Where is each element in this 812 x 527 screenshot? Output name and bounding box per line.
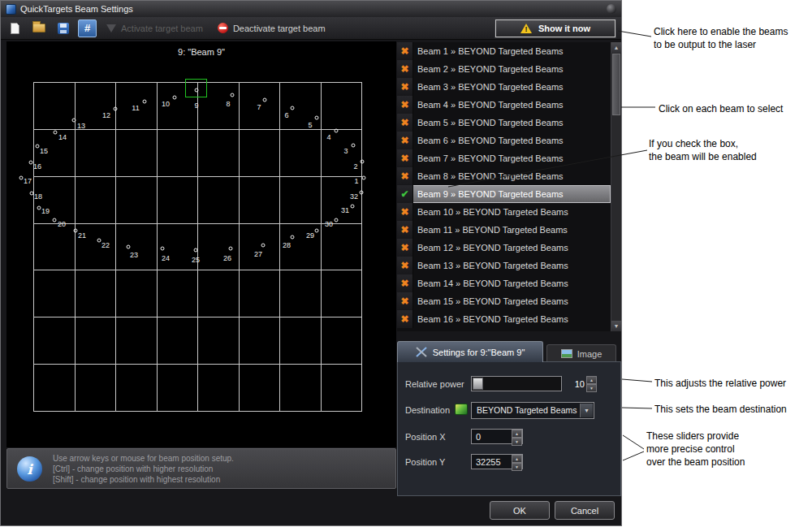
save-button[interactable] (54, 19, 73, 37)
beam-point-dot[interactable] (37, 206, 41, 210)
beam-unchecked-icon[interactable]: ✖ (397, 221, 413, 239)
beam-point-dot[interactable] (194, 248, 198, 253)
beam-unchecked-icon[interactable]: ✖ (397, 114, 413, 132)
beam-point-dot[interactable] (360, 191, 364, 195)
show-it-now-button[interactable]: Show it now (495, 19, 615, 37)
position-x-spinner[interactable]: ▲ ▼ (512, 430, 522, 443)
beam-point-dot[interactable] (361, 160, 365, 164)
spin-up-button[interactable]: ▲ (512, 430, 522, 438)
beam-list-item[interactable]: ✖Beam 13 » BEYOND Targeted Beams (397, 257, 611, 274)
cancel-button[interactable]: Cancel (555, 501, 615, 520)
beam-point-dot[interactable] (315, 116, 319, 120)
spin-down-button[interactable]: ▼ (586, 384, 597, 392)
beam-point-dot[interactable] (36, 145, 40, 149)
beam-point-dot[interactable] (127, 245, 131, 249)
beam-unchecked-icon[interactable]: ✖ (397, 60, 413, 78)
relative-power-spinner[interactable]: ▲ ▼ (586, 376, 597, 391)
beam-unchecked-icon[interactable]: ✖ (397, 149, 413, 167)
position-y-spinner[interactable]: ▲ ▼ (512, 455, 522, 469)
scroll-down-button[interactable]: ▼ (611, 321, 621, 331)
spin-down-button[interactable]: ▼ (512, 438, 522, 446)
beam-point-dot[interactable] (335, 218, 339, 222)
beam-list-item[interactable]: ✖Beam 11 » BEYOND Targeted Beams (397, 221, 611, 239)
tab-settings[interactable]: Settings for 9:"Beam 9" (397, 341, 543, 362)
beam-unchecked-icon[interactable]: ✖ (397, 310, 413, 328)
beam-list-item[interactable]: ✖Beam 10 » BEYOND Targeted Beams (397, 203, 611, 221)
deactivate-target-beam-button[interactable]: Deactivate target beam (213, 23, 330, 33)
beam-list-item[interactable]: ✖Beam 14 » BEYOND Targeted Beams (397, 274, 611, 292)
beam-point-dot[interactable] (19, 176, 24, 180)
beam-list-item[interactable]: ✖Beam 12 » BEYOND Targeted Beams (397, 239, 611, 257)
beam-point-dot[interactable] (97, 239, 102, 243)
dropdown-arrow-icon[interactable]: ▼ (580, 404, 593, 417)
spin-up-button[interactable]: ▲ (586, 376, 597, 384)
beam-point-dot[interactable] (53, 218, 57, 222)
beam-point-dot[interactable] (229, 247, 233, 251)
beam-point-dot[interactable] (263, 98, 267, 102)
position-x-input[interactable]: 0 ▲ ▼ (471, 429, 523, 444)
ok-button[interactable]: OK (490, 501, 550, 520)
beam-point-dot[interactable] (74, 229, 78, 233)
beam-list-item[interactable]: ✖Beam 4 » BEYOND Targeted Beams (397, 96, 611, 114)
tab-image[interactable]: Image (546, 344, 616, 362)
titlebar[interactable]: QuickTargets Beam Settings (1, 1, 621, 17)
beam-point-label: 3 (343, 147, 348, 155)
beam-unchecked-icon[interactable]: ✖ (397, 132, 413, 149)
beam-point-dot[interactable] (173, 96, 177, 100)
beam-unchecked-icon[interactable]: ✖ (397, 203, 413, 221)
beam-point-dot[interactable] (335, 129, 339, 133)
beam-list-item[interactable]: ✖Beam 5 » BEYOND Targeted Beams (397, 114, 611, 132)
beam-unchecked-icon[interactable]: ✖ (397, 292, 413, 310)
open-file-button[interactable] (29, 19, 49, 37)
beam-point-dot[interactable] (72, 119, 76, 123)
destination-dropdown[interactable]: BEYOND Targeted Beams ▼ (471, 402, 594, 419)
beam-list-item[interactable]: ✖Beam 1 » BEYOND Targeted Beams (397, 42, 611, 60)
grid-cell (34, 83, 76, 130)
relative-power-slider-thumb[interactable] (473, 378, 483, 390)
beam-point-label: 24 (162, 254, 170, 262)
beam-list-item[interactable]: ✖Beam 7 » BEYOND Targeted Beams (397, 149, 611, 167)
beam-unchecked-icon[interactable]: ✖ (397, 42, 413, 60)
scroll-up-button[interactable]: ▲ (611, 42, 621, 53)
beam-point-dot[interactable] (114, 107, 118, 111)
beam-unchecked-icon[interactable]: ✖ (397, 257, 413, 274)
relative-power-slider[interactable] (471, 376, 562, 391)
beam-point-dot[interactable] (351, 205, 355, 209)
beam-checked-icon[interactable]: ✔ (397, 185, 413, 203)
beam-point-dot[interactable] (231, 93, 235, 97)
beam-point-dot[interactable] (291, 106, 295, 110)
spin-down-button[interactable]: ▼ (512, 463, 522, 471)
beam-point-dot[interactable] (54, 131, 58, 135)
beam-point-dot[interactable] (362, 176, 366, 180)
beam-list-scrollbar[interactable]: ▲ ▼ (611, 42, 621, 331)
beam-point-dot[interactable] (315, 229, 319, 233)
position-y-input[interactable]: 32255 ▲ ▼ (471, 454, 523, 469)
beam-list-item[interactable]: ✖Beam 2 » BEYOND Targeted Beams (397, 60, 611, 78)
beam-point-dot[interactable] (30, 192, 34, 196)
beam-point-dot[interactable] (143, 100, 147, 104)
beam-list-item[interactable]: ✔Beam 9 » BEYOND Targeted Beams (397, 185, 611, 203)
beam-point-dot[interactable] (161, 247, 165, 251)
beam-point-dot[interactable] (29, 161, 33, 165)
beam-point-dot[interactable] (195, 89, 199, 93)
activate-target-beam-button[interactable]: Activate target beam (102, 24, 208, 33)
beam-point-dot[interactable] (261, 244, 266, 248)
beam-unchecked-icon[interactable]: ✖ (397, 78, 413, 96)
scrollbar-thumb[interactable] (612, 54, 620, 115)
beam-list-item[interactable]: ✖Beam 16 » BEYOND Targeted Beams (397, 310, 611, 328)
beam-unchecked-icon[interactable]: ✖ (397, 239, 413, 257)
beam-unchecked-icon[interactable]: ✖ (397, 274, 413, 292)
grid-toggle-button[interactable]: # (78, 19, 97, 37)
beam-list-item[interactable]: ✖Beam 6 » BEYOND Targeted Beams (397, 132, 611, 149)
beam-list-item[interactable]: ✖Beam 8 » BEYOND Targeted Beams (397, 167, 611, 185)
beam-point-dot[interactable] (352, 144, 356, 148)
beam-unchecked-icon[interactable]: ✖ (397, 167, 413, 185)
beam-point-dot[interactable] (291, 235, 295, 240)
new-file-button[interactable] (5, 19, 24, 37)
beam-list-item[interactable]: ✖Beam 3 » BEYOND Targeted Beams (397, 78, 611, 96)
beam-canvas[interactable]: 9: "Beam 9" 1234567891011121314151617181… (6, 41, 396, 447)
beam-unchecked-icon[interactable]: ✖ (397, 96, 413, 114)
spin-up-button[interactable]: ▲ (512, 455, 522, 463)
beam-label: Beam 11 » BEYOND Targeted Beams (413, 225, 568, 235)
beam-list-item[interactable]: ✖Beam 15 » BEYOND Targeted Beams (397, 292, 611, 310)
